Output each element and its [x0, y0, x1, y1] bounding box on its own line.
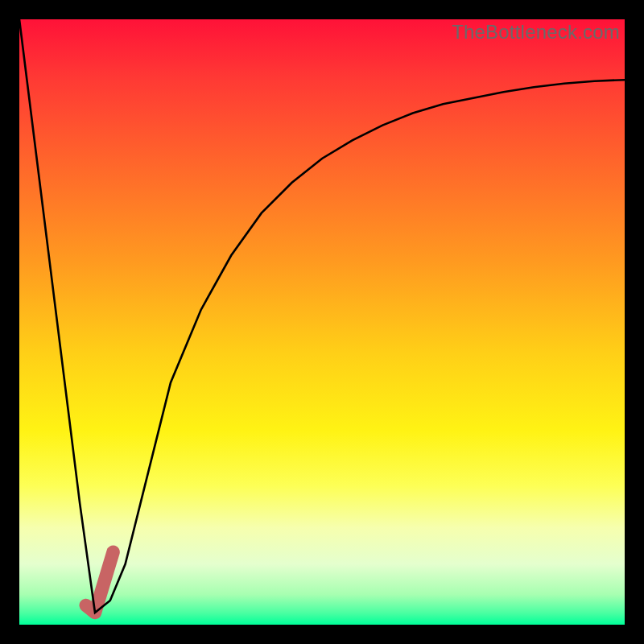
curve-layer: [19, 19, 625, 625]
bottleneck-curve-line: [19, 19, 625, 613]
chart-frame: TheBottleneck.com: [0, 0, 644, 644]
plot-area: TheBottleneck.com: [19, 19, 625, 625]
watermark-text: TheBottleneck.com: [452, 21, 620, 43]
